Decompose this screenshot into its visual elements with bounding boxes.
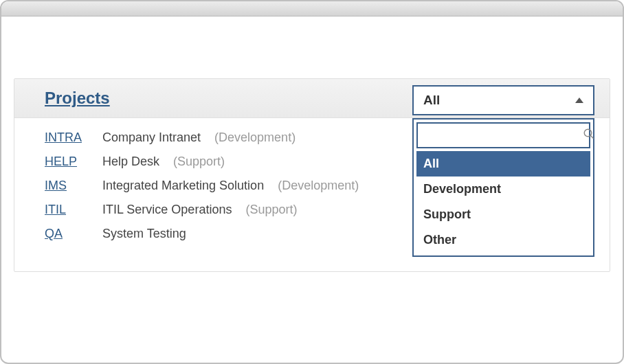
project-category: (Development) (278, 179, 359, 193)
projects-title-link[interactable]: Projects (45, 89, 110, 108)
project-name: Help Desk (102, 155, 159, 169)
filter-search-row (416, 122, 590, 148)
filter-select-toggle[interactable]: All (412, 85, 594, 115)
filter-option-all[interactable]: All (416, 151, 590, 177)
project-category: (Development) (214, 130, 296, 145)
project-name: System Testing (102, 227, 186, 241)
project-code-link[interactable]: QA (45, 227, 89, 241)
window-titlebar (1, 1, 623, 16)
project-name: ITIL Service Operations (102, 203, 232, 217)
project-code-link[interactable]: INTRA (45, 130, 89, 145)
content-area: Projects All All Deve (1, 78, 623, 272)
filter-search-input[interactable] (423, 124, 583, 147)
project-category: (Support) (245, 203, 297, 217)
chevron-up-icon (575, 98, 583, 103)
project-code-link[interactable]: IMS (45, 179, 89, 193)
svg-line-1 (590, 135, 594, 139)
project-name: Integrated Marketing Solution (102, 179, 264, 193)
filter-option-other[interactable]: Other (416, 227, 590, 253)
filter-option-development[interactable]: Development (416, 177, 590, 202)
projects-panel: Projects All All Deve (14, 78, 610, 272)
app-window: Projects All All Deve (0, 0, 624, 364)
project-name: Company Intranet (102, 130, 201, 145)
filter-dropdown: All Development Support Other (412, 118, 594, 257)
project-category: (Support) (173, 155, 225, 169)
svg-point-0 (584, 129, 592, 137)
category-filter: All All Development Support Other (412, 85, 594, 257)
filter-selected-label: All (423, 93, 440, 108)
project-code-link[interactable]: HELP (45, 155, 89, 169)
filter-option-support[interactable]: Support (416, 202, 590, 227)
project-code-link[interactable]: ITIL (45, 203, 89, 217)
search-icon (583, 128, 595, 143)
